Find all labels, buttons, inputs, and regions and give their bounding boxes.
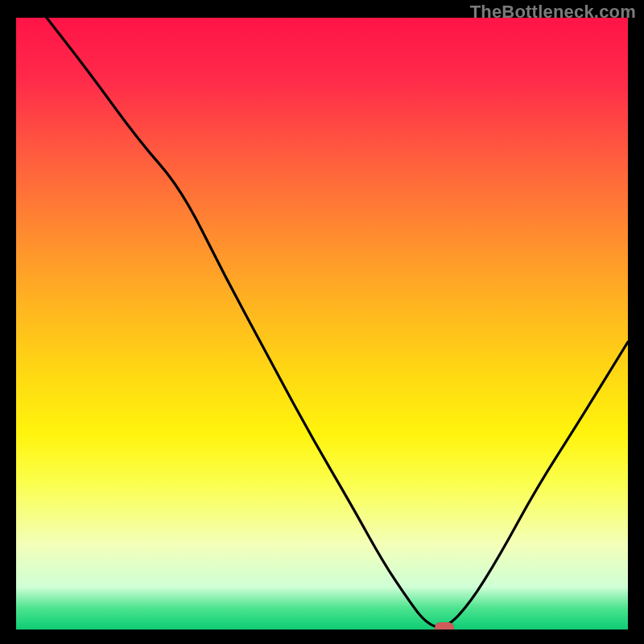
x-axis-area [16, 630, 628, 644]
bottleneck-curve [16, 18, 628, 630]
chart-stage: TheBottleneck.com [0, 0, 644, 644]
plot-area [16, 18, 628, 630]
y-axis-area [0, 18, 16, 630]
curve-path [47, 18, 628, 627]
optimal-point-marker [435, 622, 454, 630]
